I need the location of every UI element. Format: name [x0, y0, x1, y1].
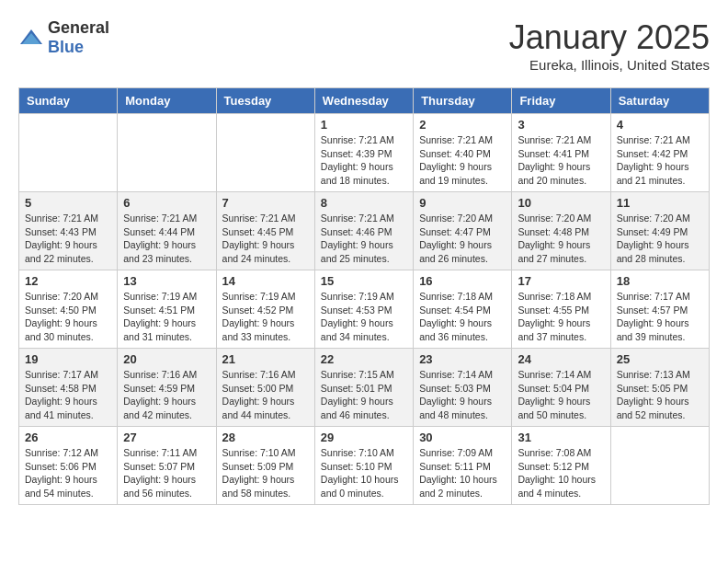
- calendar-cell: [118, 114, 216, 192]
- day-number: 21: [222, 352, 309, 366]
- week-row: 5Sunrise: 7:21 AM Sunset: 4:43 PM Daylig…: [19, 192, 710, 270]
- calendar-cell: 8Sunrise: 7:21 AM Sunset: 4:46 PM Daylig…: [314, 192, 413, 270]
- day-number: 3: [518, 118, 604, 132]
- calendar-cell: 15Sunrise: 7:19 AM Sunset: 4:53 PM Dayli…: [314, 270, 413, 349]
- logo: General Blue: [18, 18, 109, 57]
- day-details: Sunrise: 7:18 AM Sunset: 4:54 PM Dayligh…: [419, 290, 506, 344]
- weekday-header: Tuesday: [216, 88, 314, 114]
- calendar-cell: 30Sunrise: 7:09 AM Sunset: 5:11 PM Dayli…: [414, 427, 512, 505]
- day-number: 5: [25, 196, 111, 210]
- day-number: 30: [419, 431, 506, 444]
- day-details: Sunrise: 7:13 AM Sunset: 5:05 PM Dayligh…: [617, 368, 703, 422]
- weekday-header: Saturday: [610, 88, 709, 114]
- day-details: Sunrise: 7:19 AM Sunset: 4:51 PM Dayligh…: [123, 290, 210, 344]
- calendar-cell: 4Sunrise: 7:21 AM Sunset: 4:42 PM Daylig…: [610, 114, 709, 192]
- day-details: Sunrise: 7:21 AM Sunset: 4:42 PM Dayligh…: [617, 133, 703, 188]
- day-details: Sunrise: 7:08 AM Sunset: 5:12 PM Dayligh…: [518, 446, 604, 500]
- day-details: Sunrise: 7:10 AM Sunset: 5:10 PM Dayligh…: [321, 446, 407, 500]
- calendar-cell: 1Sunrise: 7:21 AM Sunset: 4:39 PM Daylig…: [314, 114, 413, 192]
- calendar-cell: 23Sunrise: 7:14 AM Sunset: 5:03 PM Dayli…: [414, 349, 512, 427]
- week-row: 12Sunrise: 7:20 AM Sunset: 4:50 PM Dayli…: [19, 270, 710, 349]
- calendar-cell: 3Sunrise: 7:21 AM Sunset: 4:41 PM Daylig…: [512, 114, 610, 192]
- calendar-cell: 16Sunrise: 7:18 AM Sunset: 4:54 PM Dayli…: [414, 270, 512, 349]
- day-details: Sunrise: 7:19 AM Sunset: 4:53 PM Dayligh…: [321, 290, 407, 344]
- calendar-cell: 29Sunrise: 7:10 AM Sunset: 5:10 PM Dayli…: [314, 427, 413, 505]
- calendar-title: January 2025: [509, 18, 710, 57]
- day-number: 20: [123, 352, 210, 366]
- calendar-cell: 18Sunrise: 7:17 AM Sunset: 4:57 PM Dayli…: [610, 270, 709, 349]
- day-details: Sunrise: 7:14 AM Sunset: 5:04 PM Dayligh…: [518, 368, 604, 422]
- day-number: 25: [617, 352, 703, 366]
- day-number: 18: [617, 274, 703, 288]
- day-number: 6: [123, 196, 210, 210]
- week-row: 19Sunrise: 7:17 AM Sunset: 4:58 PM Dayli…: [19, 349, 710, 427]
- day-details: Sunrise: 7:11 AM Sunset: 5:07 PM Dayligh…: [123, 446, 210, 500]
- day-details: Sunrise: 7:16 AM Sunset: 5:00 PM Dayligh…: [222, 368, 309, 422]
- day-details: Sunrise: 7:21 AM Sunset: 4:44 PM Dayligh…: [123, 212, 210, 266]
- day-number: 17: [518, 274, 604, 288]
- week-row: 26Sunrise: 7:12 AM Sunset: 5:06 PM Dayli…: [19, 427, 710, 505]
- day-number: 7: [222, 196, 309, 210]
- weekday-header: Sunday: [19, 88, 118, 114]
- day-number: 19: [25, 352, 111, 366]
- calendar-cell: 5Sunrise: 7:21 AM Sunset: 4:43 PM Daylig…: [19, 192, 118, 270]
- calendar-cell: 2Sunrise: 7:21 AM Sunset: 4:40 PM Daylig…: [414, 114, 512, 192]
- logo-icon: [18, 28, 44, 48]
- day-details: Sunrise: 7:21 AM Sunset: 4:46 PM Dayligh…: [321, 212, 407, 266]
- day-number: 9: [419, 196, 506, 210]
- day-details: Sunrise: 7:10 AM Sunset: 5:09 PM Dayligh…: [222, 446, 309, 500]
- logo-general: General: [48, 18, 109, 37]
- calendar-table: SundayMondayTuesdayWednesdayThursdayFrid…: [18, 87, 710, 505]
- calendar-cell: 13Sunrise: 7:19 AM Sunset: 4:51 PM Dayli…: [118, 270, 216, 349]
- day-details: Sunrise: 7:21 AM Sunset: 4:40 PM Dayligh…: [419, 133, 506, 188]
- day-details: Sunrise: 7:09 AM Sunset: 5:11 PM Dayligh…: [419, 446, 506, 500]
- day-details: Sunrise: 7:14 AM Sunset: 5:03 PM Dayligh…: [419, 368, 506, 422]
- calendar-cell: 14Sunrise: 7:19 AM Sunset: 4:52 PM Dayli…: [216, 270, 314, 349]
- day-details: Sunrise: 7:15 AM Sunset: 5:01 PM Dayligh…: [321, 368, 407, 422]
- calendar-cell: 24Sunrise: 7:14 AM Sunset: 5:04 PM Dayli…: [512, 349, 610, 427]
- day-number: 24: [518, 352, 604, 366]
- day-number: 2: [419, 118, 506, 132]
- calendar-cell: 17Sunrise: 7:18 AM Sunset: 4:55 PM Dayli…: [512, 270, 610, 349]
- calendar-cell: 20Sunrise: 7:16 AM Sunset: 4:59 PM Dayli…: [118, 349, 216, 427]
- calendar-cell: 12Sunrise: 7:20 AM Sunset: 4:50 PM Dayli…: [19, 270, 118, 349]
- day-details: Sunrise: 7:19 AM Sunset: 4:52 PM Dayligh…: [222, 290, 309, 344]
- day-details: Sunrise: 7:20 AM Sunset: 4:49 PM Dayligh…: [617, 212, 703, 266]
- day-number: 13: [123, 274, 210, 288]
- day-number: 28: [222, 431, 309, 444]
- day-details: Sunrise: 7:12 AM Sunset: 5:06 PM Dayligh…: [25, 446, 111, 500]
- day-details: Sunrise: 7:20 AM Sunset: 4:50 PM Dayligh…: [25, 290, 111, 344]
- header: General Blue January 2025 Eureka, Illino…: [18, 18, 710, 73]
- day-number: 27: [123, 431, 210, 444]
- day-details: Sunrise: 7:21 AM Sunset: 4:41 PM Dayligh…: [518, 133, 604, 188]
- day-number: 29: [321, 431, 407, 444]
- day-number: 22: [321, 352, 407, 366]
- day-number: 15: [321, 274, 407, 288]
- calendar-cell: 28Sunrise: 7:10 AM Sunset: 5:09 PM Dayli…: [216, 427, 314, 505]
- calendar-cell: 7Sunrise: 7:21 AM Sunset: 4:45 PM Daylig…: [216, 192, 314, 270]
- calendar-cell: 11Sunrise: 7:20 AM Sunset: 4:49 PM Dayli…: [610, 192, 709, 270]
- calendar-cell: 10Sunrise: 7:20 AM Sunset: 4:48 PM Dayli…: [512, 192, 610, 270]
- day-details: Sunrise: 7:20 AM Sunset: 4:47 PM Dayligh…: [419, 212, 506, 266]
- calendar-cell: [610, 427, 709, 505]
- weekday-header: Monday: [118, 88, 216, 114]
- day-number: 26: [25, 431, 111, 444]
- calendar-cell: 22Sunrise: 7:15 AM Sunset: 5:01 PM Dayli…: [314, 349, 413, 427]
- day-number: 31: [518, 431, 604, 444]
- calendar-cell: 21Sunrise: 7:16 AM Sunset: 5:00 PM Dayli…: [216, 349, 314, 427]
- day-number: 10: [518, 196, 604, 210]
- day-number: 4: [617, 118, 703, 132]
- day-number: 8: [321, 196, 407, 210]
- weekday-header: Friday: [512, 88, 610, 114]
- calendar-body: 1Sunrise: 7:21 AM Sunset: 4:39 PM Daylig…: [19, 114, 710, 505]
- calendar-cell: 9Sunrise: 7:20 AM Sunset: 4:47 PM Daylig…: [414, 192, 512, 270]
- logo-text: General Blue: [48, 18, 109, 57]
- day-details: Sunrise: 7:17 AM Sunset: 4:58 PM Dayligh…: [25, 368, 111, 422]
- day-details: Sunrise: 7:16 AM Sunset: 4:59 PM Dayligh…: [123, 368, 210, 422]
- week-row: 1Sunrise: 7:21 AM Sunset: 4:39 PM Daylig…: [19, 114, 710, 192]
- day-details: Sunrise: 7:21 AM Sunset: 4:45 PM Dayligh…: [222, 212, 309, 266]
- calendar-cell: [216, 114, 314, 192]
- day-details: Sunrise: 7:18 AM Sunset: 4:55 PM Dayligh…: [518, 290, 604, 344]
- calendar-cell: 6Sunrise: 7:21 AM Sunset: 4:44 PM Daylig…: [118, 192, 216, 270]
- calendar-header: SundayMondayTuesdayWednesdayThursdayFrid…: [19, 88, 710, 114]
